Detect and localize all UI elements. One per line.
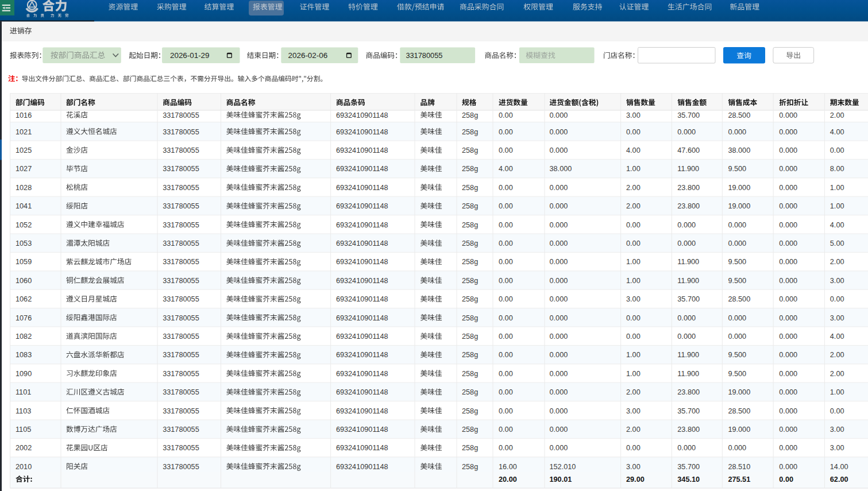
svg-text:6932410901148: 6932410901148 — [336, 370, 388, 378]
svg-text:23.800: 23.800 — [677, 202, 700, 210]
svg-text:258g: 258g — [462, 351, 478, 359]
svg-text:0.000: 0.000 — [550, 426, 568, 434]
svg-text:6932410901148: 6932410901148 — [336, 239, 388, 248]
svg-text:0.000: 0.000 — [779, 146, 797, 154]
svg-text:0.000: 0.000 — [779, 295, 797, 303]
svg-text:190.01: 190.01 — [550, 475, 572, 484]
svg-text:0.00: 0.00 — [499, 202, 513, 210]
svg-text:6932410901148: 6932410901148 — [336, 165, 388, 173]
svg-text:258g: 258g — [462, 463, 478, 471]
svg-text:0.000: 0.000 — [728, 128, 746, 136]
svg-text:4.00: 4.00 — [830, 128, 844, 136]
svg-text:0.000: 0.000 — [779, 128, 797, 136]
svg-text:0.00: 0.00 — [499, 444, 513, 452]
svg-text:331780055: 331780055 — [406, 51, 442, 60]
svg-text:11.900: 11.900 — [677, 258, 699, 266]
svg-text:0.000: 0.000 — [779, 426, 797, 434]
svg-text:0.000: 0.000 — [550, 407, 568, 415]
svg-text:0.000: 0.000 — [550, 388, 568, 396]
svg-text:0.00: 0.00 — [499, 258, 513, 266]
svg-text:1059: 1059 — [16, 258, 32, 266]
svg-text:1062: 1062 — [16, 295, 32, 303]
svg-text:0.00: 0.00 — [499, 370, 513, 378]
svg-text:1025: 1025 — [16, 146, 32, 154]
svg-text:0.00: 0.00 — [626, 444, 641, 452]
svg-text:1027: 1027 — [16, 165, 32, 173]
svg-text:35.700: 35.700 — [677, 407, 700, 415]
svg-text:6932410901148: 6932410901148 — [336, 426, 388, 434]
svg-text:4.00: 4.00 — [830, 333, 844, 341]
svg-text:1.00: 1.00 — [830, 184, 844, 192]
svg-text:0.000: 0.000 — [779, 202, 797, 210]
svg-text:331780055: 331780055 — [163, 333, 199, 341]
svg-text:0.00: 0.00 — [626, 128, 641, 136]
svg-text:0.000: 0.000 — [550, 258, 568, 266]
svg-text:1101: 1101 — [16, 388, 31, 396]
svg-text:1.00: 1.00 — [626, 370, 641, 378]
svg-text:9.500: 9.500 — [728, 165, 746, 173]
svg-text:0.000: 0.000 — [677, 239, 696, 248]
svg-text:28.510: 28.510 — [728, 463, 750, 471]
svg-text:1082: 1082 — [16, 333, 32, 341]
svg-text:258g: 258g — [462, 111, 478, 119]
svg-text:0.000: 0.000 — [779, 444, 797, 452]
svg-text:0.000: 0.000 — [550, 444, 568, 452]
svg-text:6932410901148: 6932410901148 — [336, 314, 388, 322]
svg-text:258g: 258g — [462, 388, 478, 396]
svg-text:0.00: 0.00 — [626, 221, 641, 229]
svg-text:1016: 1016 — [16, 111, 32, 119]
svg-text:0.000: 0.000 — [728, 314, 746, 322]
svg-text:6932410901148: 6932410901148 — [336, 388, 388, 396]
svg-text:28.500: 28.500 — [728, 295, 750, 303]
svg-text:258g: 258g — [462, 258, 478, 266]
svg-text:0.000: 0.000 — [550, 202, 568, 210]
svg-text:0.00: 0.00 — [499, 146, 513, 154]
svg-text:0.000: 0.000 — [550, 370, 568, 378]
svg-text:2026-02-06: 2026-02-06 — [288, 51, 327, 60]
svg-text:28.500: 28.500 — [728, 111, 750, 119]
svg-text:16.00: 16.00 — [499, 463, 517, 471]
svg-text:331780055: 331780055 — [163, 277, 199, 285]
svg-text:0.000: 0.000 — [779, 258, 797, 266]
svg-text:0.00: 0.00 — [830, 407, 844, 415]
svg-text:0.000: 0.000 — [779, 184, 797, 192]
svg-text:8.00: 8.00 — [830, 165, 844, 173]
svg-text:258g: 258g — [462, 333, 478, 341]
svg-text:0.000: 0.000 — [550, 146, 568, 154]
svg-text:331780055: 331780055 — [163, 388, 199, 396]
svg-text:258g: 258g — [462, 407, 478, 415]
svg-text:1021: 1021 — [16, 128, 32, 136]
svg-text:11.900: 11.900 — [677, 277, 699, 285]
svg-text:5.00: 5.00 — [830, 239, 844, 248]
svg-text:0.00: 0.00 — [499, 295, 513, 303]
svg-text:0.000: 0.000 — [728, 444, 746, 452]
svg-text:0.000: 0.000 — [677, 333, 696, 341]
svg-text:258g: 258g — [462, 202, 478, 210]
svg-text:6932410901148: 6932410901148 — [336, 111, 388, 119]
svg-text:9.500: 9.500 — [728, 258, 746, 266]
svg-text:38.000: 38.000 — [550, 165, 572, 173]
svg-text:3.00: 3.00 — [626, 463, 641, 471]
svg-text:20.00: 20.00 — [499, 475, 517, 484]
svg-text:331780055: 331780055 — [163, 444, 199, 452]
svg-text:258g: 258g — [462, 277, 478, 285]
svg-text:0.000: 0.000 — [550, 128, 568, 136]
svg-text:6932410901148: 6932410901148 — [336, 463, 388, 471]
svg-text:0.000: 0.000 — [779, 370, 797, 378]
svg-text:0.000: 0.000 — [779, 407, 797, 415]
svg-text:1083: 1083 — [16, 351, 32, 359]
svg-text:0.000: 0.000 — [550, 333, 568, 341]
svg-text:0.00: 0.00 — [499, 314, 513, 322]
svg-text:3.00: 3.00 — [830, 426, 844, 434]
svg-text:331780055: 331780055 — [163, 314, 199, 322]
svg-text:1105: 1105 — [16, 426, 31, 434]
svg-text:6932410901148: 6932410901148 — [336, 277, 388, 285]
svg-text:6932410901148: 6932410901148 — [336, 184, 388, 192]
svg-text:2.00: 2.00 — [830, 111, 844, 119]
svg-text:331780055: 331780055 — [163, 407, 199, 415]
svg-text:6932410901148: 6932410901148 — [336, 128, 388, 136]
svg-text:258g: 258g — [462, 128, 478, 136]
svg-text:1103: 1103 — [16, 407, 31, 415]
svg-text:1.00: 1.00 — [626, 277, 641, 285]
svg-text:11.900: 11.900 — [677, 351, 699, 359]
